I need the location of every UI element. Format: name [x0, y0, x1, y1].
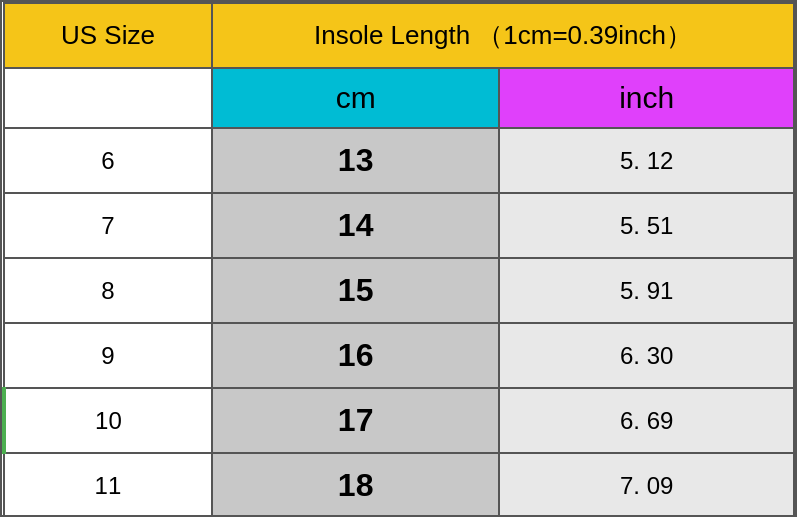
inch-cell: 5. 51	[499, 193, 794, 258]
us-size-cell: 11	[4, 453, 212, 517]
us-size-cell: 8	[4, 258, 212, 323]
table-row: 6135. 12	[4, 128, 794, 193]
us-size-cell: 7	[4, 193, 212, 258]
cm-cell: 18	[212, 453, 500, 517]
insole-length-header: Insole Length （1cm=0.39inch）	[212, 3, 794, 68]
cm-cell: 14	[212, 193, 500, 258]
table-row: 7145. 51	[4, 193, 794, 258]
cm-cell: 13	[212, 128, 500, 193]
us-size-sub-header	[4, 68, 212, 128]
cm-header: cm	[212, 68, 500, 128]
inch-cell: 6. 30	[499, 323, 794, 388]
inch-cell: 7. 09	[499, 453, 794, 517]
inch-header: inch	[499, 68, 794, 128]
header-title-row: US Size Insole Length （1cm=0.39inch）	[4, 3, 794, 68]
us-size-cell: 10	[4, 388, 212, 453]
cm-cell: 16	[212, 323, 500, 388]
us-size-header: US Size	[4, 3, 212, 68]
us-size-cell: 6	[4, 128, 212, 193]
cm-cell: 17	[212, 388, 500, 453]
table-row: 10176. 69	[4, 388, 794, 453]
table-row: 11187. 09	[4, 453, 794, 517]
table-row: 9166. 30	[4, 323, 794, 388]
header-sub-row: cm inch	[4, 68, 794, 128]
table-row: 8155. 91	[4, 258, 794, 323]
us-size-cell: 9	[4, 323, 212, 388]
inch-cell: 5. 12	[499, 128, 794, 193]
size-chart: US Size Insole Length （1cm=0.39inch） cm …	[0, 0, 797, 517]
inch-cell: 6. 69	[499, 388, 794, 453]
inch-cell: 5. 91	[499, 258, 794, 323]
cm-cell: 15	[212, 258, 500, 323]
